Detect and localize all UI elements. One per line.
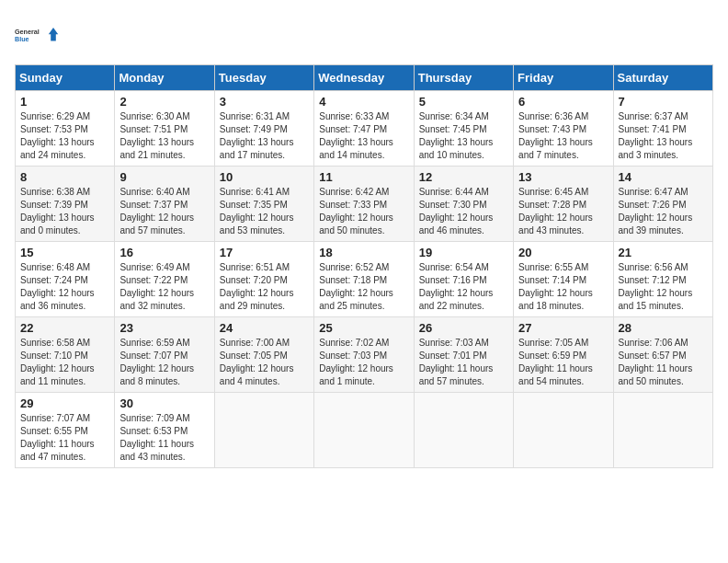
day-number: 21	[619, 246, 708, 259]
day-cell	[613, 393, 712, 468]
svg-marker-2	[49, 28, 58, 40]
day-cell	[214, 393, 313, 468]
day-info: Sunrise: 6:31 AMSunset: 7:49 PMDaylight:…	[220, 110, 309, 162]
day-number: 30	[119, 396, 209, 410]
day-cell: 25 Sunrise: 7:02 AMSunset: 7:03 PMDaylig…	[314, 317, 414, 393]
day-number: 22	[20, 321, 109, 335]
day-info: Sunrise: 6:37 AMSunset: 7:41 PMDaylight:…	[619, 110, 708, 162]
header-monday: Monday	[115, 65, 214, 91]
day-cell: 10 Sunrise: 6:41 AMSunset: 7:35 PMDaylig…	[214, 167, 313, 242]
day-number: 15	[20, 246, 109, 259]
logo: General Blue	[15, 15, 59, 55]
week-row-4: 22 Sunrise: 6:58 AMSunset: 7:10 PMDaylig…	[16, 317, 713, 393]
day-number: 8	[20, 170, 109, 184]
day-info: Sunrise: 6:30 AMSunset: 7:51 PMDaylight:…	[119, 110, 209, 162]
day-info: Sunrise: 6:34 AMSunset: 7:45 PMDaylight:…	[419, 110, 508, 162]
day-cell: 26 Sunrise: 7:03 AMSunset: 7:01 PMDaylig…	[414, 317, 513, 393]
day-cell: 3 Sunrise: 6:31 AMSunset: 7:49 PMDayligh…	[214, 91, 313, 167]
day-cell: 30 Sunrise: 7:09 AMSunset: 6:53 PMDaylig…	[115, 393, 214, 468]
day-info: Sunrise: 6:59 AMSunset: 7:07 PMDaylight:…	[119, 337, 209, 388]
day-number: 20	[518, 246, 608, 259]
day-info: Sunrise: 6:58 AMSunset: 7:10 PMDaylight:…	[20, 337, 109, 388]
page-header: General Blue	[15, 15, 713, 55]
day-info: Sunrise: 6:55 AMSunset: 7:14 PMDaylight:…	[518, 261, 608, 313]
day-number: 3	[220, 95, 309, 109]
week-row-5: 29 Sunrise: 7:07 AMSunset: 6:55 PMDaylig…	[16, 393, 713, 468]
day-cell: 27 Sunrise: 7:05 AMSunset: 6:59 PMDaylig…	[514, 317, 613, 393]
day-cell: 11 Sunrise: 6:42 AMSunset: 7:33 PMDaylig…	[314, 167, 414, 242]
day-info: Sunrise: 6:54 AMSunset: 7:16 PMDaylight:…	[419, 261, 508, 313]
day-cell: 6 Sunrise: 6:36 AMSunset: 7:43 PMDayligh…	[514, 91, 613, 167]
day-cell: 28 Sunrise: 7:06 AMSunset: 6:57 PMDaylig…	[613, 317, 712, 393]
svg-text:Blue: Blue	[15, 35, 29, 43]
day-number: 12	[419, 170, 508, 184]
day-number: 25	[319, 321, 408, 335]
day-info: Sunrise: 6:40 AMSunset: 7:37 PMDaylight:…	[119, 186, 209, 237]
day-cell: 1 Sunrise: 6:29 AMSunset: 7:53 PMDayligh…	[16, 91, 115, 167]
day-info: Sunrise: 7:02 AMSunset: 7:03 PMDaylight:…	[319, 337, 408, 388]
week-row-3: 15 Sunrise: 6:48 AMSunset: 7:24 PMDaylig…	[16, 242, 713, 317]
header-thursday: Thursday	[414, 65, 513, 91]
day-info: Sunrise: 6:41 AMSunset: 7:35 PMDaylight:…	[220, 186, 309, 237]
day-cell: 13 Sunrise: 6:45 AMSunset: 7:28 PMDaylig…	[514, 167, 613, 242]
day-cell	[314, 393, 414, 468]
header-sunday: Sunday	[16, 65, 115, 91]
day-info: Sunrise: 6:52 AMSunset: 7:18 PMDaylight:…	[319, 261, 408, 313]
day-info: Sunrise: 6:29 AMSunset: 7:53 PMDaylight:…	[20, 110, 109, 162]
day-info: Sunrise: 6:51 AMSunset: 7:20 PMDaylight:…	[220, 261, 309, 313]
day-number: 16	[119, 246, 209, 259]
day-cell: 22 Sunrise: 6:58 AMSunset: 7:10 PMDaylig…	[16, 317, 115, 393]
week-row-2: 8 Sunrise: 6:38 AMSunset: 7:39 PMDayligh…	[16, 167, 713, 242]
day-cell: 18 Sunrise: 6:52 AMSunset: 7:18 PMDaylig…	[314, 242, 414, 317]
day-number: 23	[119, 321, 209, 335]
day-info: Sunrise: 6:47 AMSunset: 7:26 PMDaylight:…	[619, 186, 708, 237]
header-tuesday: Tuesday	[214, 65, 313, 91]
day-number: 24	[220, 321, 309, 335]
day-cell: 21 Sunrise: 6:56 AMSunset: 7:12 PMDaylig…	[613, 242, 712, 317]
day-number: 11	[319, 170, 408, 184]
day-cell: 4 Sunrise: 6:33 AMSunset: 7:47 PMDayligh…	[314, 91, 414, 167]
day-cell: 15 Sunrise: 6:48 AMSunset: 7:24 PMDaylig…	[16, 242, 115, 317]
day-info: Sunrise: 6:36 AMSunset: 7:43 PMDaylight:…	[518, 110, 608, 162]
day-cell: 5 Sunrise: 6:34 AMSunset: 7:45 PMDayligh…	[414, 91, 513, 167]
calendar-header-row: SundayMondayTuesdayWednesdayThursdayFrid…	[16, 65, 713, 91]
day-cell: 19 Sunrise: 6:54 AMSunset: 7:16 PMDaylig…	[414, 242, 513, 317]
day-cell	[514, 393, 613, 468]
day-info: Sunrise: 6:48 AMSunset: 7:24 PMDaylight:…	[20, 261, 109, 313]
day-cell: 20 Sunrise: 6:55 AMSunset: 7:14 PMDaylig…	[514, 242, 613, 317]
day-cell: 7 Sunrise: 6:37 AMSunset: 7:41 PMDayligh…	[613, 91, 712, 167]
logo-svg: General Blue	[15, 15, 59, 55]
day-info: Sunrise: 7:00 AMSunset: 7:05 PMDaylight:…	[220, 337, 309, 388]
calendar-table: SundayMondayTuesdayWednesdayThursdayFrid…	[15, 64, 713, 468]
day-info: Sunrise: 6:49 AMSunset: 7:22 PMDaylight:…	[119, 261, 209, 313]
day-info: Sunrise: 7:07 AMSunset: 6:55 PMDaylight:…	[20, 412, 109, 464]
day-number: 27	[518, 321, 608, 335]
day-cell: 8 Sunrise: 6:38 AMSunset: 7:39 PMDayligh…	[16, 167, 115, 242]
day-info: Sunrise: 6:33 AMSunset: 7:47 PMDaylight:…	[319, 110, 408, 162]
day-cell: 14 Sunrise: 6:47 AMSunset: 7:26 PMDaylig…	[613, 167, 712, 242]
day-number: 28	[619, 321, 708, 335]
day-cell: 24 Sunrise: 7:00 AMSunset: 7:05 PMDaylig…	[214, 317, 313, 393]
day-number: 1	[20, 95, 109, 109]
week-row-1: 1 Sunrise: 6:29 AMSunset: 7:53 PMDayligh…	[16, 91, 713, 167]
day-number: 14	[619, 170, 708, 184]
day-number: 6	[518, 95, 608, 109]
day-info: Sunrise: 7:03 AMSunset: 7:01 PMDaylight:…	[419, 337, 508, 388]
day-number: 17	[220, 246, 309, 259]
day-number: 19	[419, 246, 508, 259]
day-info: Sunrise: 6:44 AMSunset: 7:30 PMDaylight:…	[419, 186, 508, 237]
day-info: Sunrise: 7:06 AMSunset: 6:57 PMDaylight:…	[619, 337, 708, 388]
header-saturday: Saturday	[613, 65, 712, 91]
day-number: 7	[619, 95, 708, 109]
day-cell: 23 Sunrise: 6:59 AMSunset: 7:07 PMDaylig…	[115, 317, 214, 393]
day-info: Sunrise: 6:45 AMSunset: 7:28 PMDaylight:…	[518, 186, 608, 237]
day-cell: 9 Sunrise: 6:40 AMSunset: 7:37 PMDayligh…	[115, 167, 214, 242]
day-number: 18	[319, 246, 408, 259]
day-info: Sunrise: 6:42 AMSunset: 7:33 PMDaylight:…	[319, 186, 408, 237]
day-number: 10	[220, 170, 309, 184]
day-number: 4	[319, 95, 408, 109]
day-info: Sunrise: 7:05 AMSunset: 6:59 PMDaylight:…	[518, 337, 608, 388]
day-number: 9	[119, 170, 209, 184]
day-number: 13	[518, 170, 608, 184]
calendar-body: 1 Sunrise: 6:29 AMSunset: 7:53 PMDayligh…	[16, 91, 713, 468]
